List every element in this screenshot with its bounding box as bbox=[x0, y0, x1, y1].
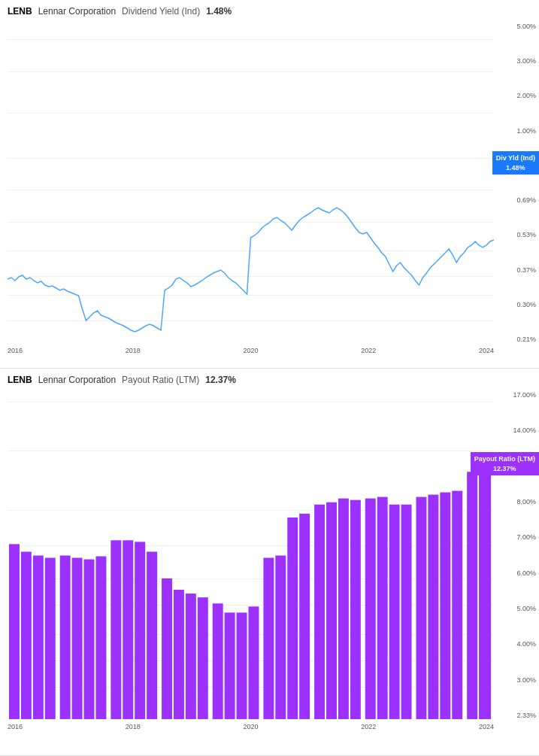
top-ticker: LENB bbox=[8, 6, 32, 17]
bottom-y-label-4: 8.00% bbox=[498, 499, 536, 506]
bottom-y-label-5: 7.00% bbox=[498, 534, 536, 541]
main-container: LENB Lennar Corporation Dividend Yield (… bbox=[0, 0, 539, 756]
top-y-label-1: 5.00% bbox=[498, 23, 536, 30]
top-tooltip-badge: Div Yld (Ind) 1.48% bbox=[492, 151, 539, 175]
payout-ratio-bar-chart: .bar { fill: #9b30ff; } bbox=[8, 392, 494, 719]
svg-rect-2 bbox=[33, 556, 44, 720]
top-x-2018: 2018 bbox=[126, 347, 141, 354]
svg-rect-7 bbox=[95, 557, 106, 719]
bottom-x-2018: 2018 bbox=[126, 723, 141, 730]
bottom-y-label-7: 5.00% bbox=[498, 606, 536, 612]
svg-rect-3 bbox=[45, 558, 56, 719]
top-x-2022: 2022 bbox=[361, 347, 376, 354]
top-tooltip-value: 1.48% bbox=[506, 164, 525, 172]
svg-rect-25 bbox=[326, 502, 337, 719]
bottom-chart-header: LENB Lennar Corporation Payout Ratio (LT… bbox=[0, 369, 539, 388]
svg-rect-20 bbox=[263, 558, 274, 719]
svg-rect-37 bbox=[479, 457, 491, 719]
bottom-y-label-2: 14.00% bbox=[498, 427, 536, 434]
bottom-tooltip-label: Payout Ratio (LTM) bbox=[474, 455, 535, 463]
svg-rect-17 bbox=[225, 612, 235, 719]
dividend-yield-line-chart bbox=[8, 23, 494, 343]
svg-rect-6 bbox=[84, 560, 95, 719]
bottom-x-2020: 2020 bbox=[243, 723, 258, 730]
top-y-label-4: 1.00% bbox=[498, 128, 536, 135]
svg-rect-26 bbox=[338, 499, 349, 719]
svg-rect-19 bbox=[249, 606, 259, 719]
top-y-label-7: 0.53% bbox=[498, 232, 536, 238]
bottom-x-2016: 2016 bbox=[8, 723, 23, 730]
top-chart-header: LENB Lennar Corporation Dividend Yield (… bbox=[0, 0, 539, 20]
top-y-label-3: 2.00% bbox=[498, 93, 536, 99]
top-y-label-9: 0.30% bbox=[498, 302, 536, 308]
svg-rect-23 bbox=[299, 514, 310, 719]
bottom-y-label-8: 4.00% bbox=[498, 641, 536, 648]
svg-rect-5 bbox=[72, 558, 83, 719]
svg-rect-11 bbox=[147, 551, 157, 719]
top-y-label-2: 3.00% bbox=[498, 58, 536, 65]
top-value: 1.48% bbox=[206, 6, 232, 17]
bottom-ticker: LENB bbox=[8, 375, 32, 385]
bottom-x-axis: 2016 2018 2020 2022 2024 bbox=[8, 719, 494, 734]
svg-rect-8 bbox=[111, 540, 121, 719]
top-x-2024: 2024 bbox=[479, 347, 494, 354]
svg-rect-1 bbox=[21, 551, 32, 719]
svg-rect-34 bbox=[440, 493, 450, 719]
svg-rect-15 bbox=[198, 597, 208, 719]
bottom-company: Lennar Corporation bbox=[38, 375, 116, 385]
svg-rect-27 bbox=[350, 500, 361, 719]
top-y-label-6: 0.69% bbox=[498, 197, 536, 204]
svg-rect-14 bbox=[186, 594, 196, 719]
bottom-y-axis: 17.00% 14.00% 11.00% 8.00% 7.00% 6.00% 5… bbox=[498, 388, 539, 734]
top-metric: Dividend Yield (Ind) bbox=[122, 6, 200, 17]
svg-rect-18 bbox=[237, 612, 247, 719]
svg-rect-32 bbox=[416, 497, 426, 719]
svg-rect-4 bbox=[60, 556, 71, 720]
svg-rect-33 bbox=[428, 495, 438, 719]
top-company: Lennar Corporation bbox=[38, 6, 116, 17]
svg-rect-9 bbox=[123, 540, 133, 719]
top-chart-body: 5.00% 3.00% 2.00% 1.00% 0.85% 0.69% 0.53… bbox=[0, 20, 539, 358]
top-x-axis: 2016 2018 2020 2022 2024 bbox=[8, 343, 494, 358]
bottom-y-label-1: 17.00% bbox=[498, 392, 536, 399]
svg-rect-35 bbox=[452, 491, 462, 719]
bottom-tooltip-value: 12.37% bbox=[493, 465, 516, 472]
bottom-y-label-9: 3.00% bbox=[498, 677, 536, 684]
svg-rect-22 bbox=[287, 518, 298, 719]
top-x-2020: 2020 bbox=[243, 347, 258, 354]
svg-rect-16 bbox=[213, 603, 223, 719]
bottom-x-2024: 2024 bbox=[479, 723, 494, 730]
svg-rect-29 bbox=[377, 497, 388, 719]
svg-rect-12 bbox=[162, 578, 172, 719]
svg-rect-10 bbox=[135, 542, 145, 719]
top-chart-panel: LENB Lennar Corporation Dividend Yield (… bbox=[0, 0, 539, 369]
svg-rect-31 bbox=[401, 505, 412, 719]
svg-rect-24 bbox=[314, 505, 325, 719]
svg-rect-21 bbox=[275, 556, 286, 720]
top-tooltip-label: Div Yld (Ind) bbox=[496, 154, 535, 162]
svg-rect-28 bbox=[365, 499, 376, 719]
svg-rect-36 bbox=[467, 472, 477, 719]
bottom-chart-body: .bar { fill: #9b30ff; } bbox=[0, 388, 539, 734]
top-y-label-10: 0.21% bbox=[498, 336, 536, 343]
bottom-tooltip-badge: Payout Ratio (LTM) 12.37% bbox=[471, 452, 539, 475]
bottom-y-label-10: 2.33% bbox=[498, 712, 536, 719]
top-x-2016: 2016 bbox=[8, 347, 23, 354]
svg-rect-0 bbox=[9, 544, 20, 719]
bottom-chart-panel: LENB Lennar Corporation Payout Ratio (LT… bbox=[0, 369, 539, 756]
bottom-value: 12.37% bbox=[205, 375, 236, 385]
bottom-x-2022: 2022 bbox=[361, 723, 376, 730]
top-y-label-8: 0.37% bbox=[498, 267, 536, 274]
bottom-y-label-6: 6.00% bbox=[498, 570, 536, 577]
svg-rect-13 bbox=[174, 590, 184, 719]
svg-rect-30 bbox=[389, 505, 400, 719]
top-y-axis: 5.00% 3.00% 2.00% 1.00% 0.85% 0.69% 0.53… bbox=[498, 20, 539, 358]
bottom-metric: Payout Ratio (LTM) bbox=[122, 375, 199, 385]
